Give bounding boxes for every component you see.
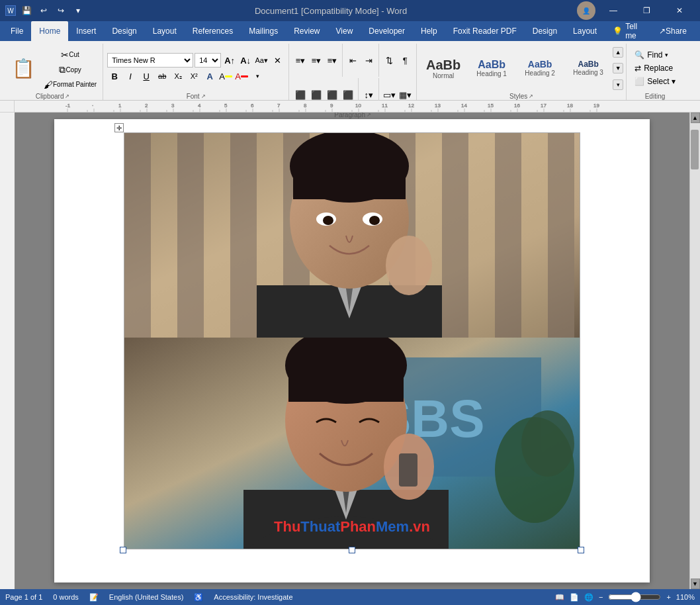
multilevel-list-button[interactable]: ≡▾ [325, 53, 339, 68]
tab-view[interactable]: View [328, 21, 361, 41]
qat-save[interactable]: 💾 [20, 4, 33, 17]
print-layout-icon[interactable]: 📄 [570, 593, 579, 602]
restore-button[interactable]: ❐ [631, 0, 662, 21]
style-heading3[interactable]: AaBb Heading 3 [564, 47, 612, 90]
font-color-dropdown[interactable]: ▾ [250, 69, 265, 83]
scroll-thumb[interactable] [691, 130, 699, 169]
show-paragraph-button[interactable]: ¶ [398, 53, 412, 68]
web-layout-icon[interactable]: 🌐 [584, 593, 593, 602]
spelling-check-icon[interactable]: 📝 [89, 593, 99, 602]
scroll-down-button[interactable]: ▼ [691, 579, 700, 589]
copy-button[interactable]: ⧉ Copy [42, 63, 99, 77]
borders-button[interactable]: ▦▾ [398, 87, 412, 102]
format-painter-button[interactable]: 🖌 Format Painter [42, 78, 99, 91]
clear-format-button[interactable]: ✕ [270, 53, 284, 68]
tab-insert[interactable]: Insert [68, 21, 104, 41]
highlight-button[interactable]: A [218, 69, 233, 83]
increase-indent-button[interactable]: ⇥ [361, 53, 376, 68]
language[interactable]: English (United States) [109, 593, 184, 601]
scroll-up-button[interactable]: ▲ [691, 113, 700, 123]
tab-home[interactable]: Home [31, 21, 68, 41]
bullets-button[interactable]: ≡▾ [293, 53, 308, 68]
styles-more-button[interactable]: ▾ [613, 79, 623, 90]
resize-handle-bl[interactable] [120, 547, 126, 553]
paste-button[interactable]: 📋 [7, 58, 40, 79]
svg-rect-122 [399, 453, 417, 487]
page-info[interactable]: Page 1 of 1 [5, 593, 42, 601]
justify-button[interactable]: ⬛ [341, 87, 355, 102]
document-scroll[interactable]: ✛ [15, 113, 689, 589]
font-family-select[interactable]: Times New R [107, 53, 193, 68]
tab-mailings[interactable]: Mailings [241, 21, 286, 41]
tab-layout2[interactable]: Layout [565, 21, 605, 41]
accessibility-status[interactable]: Accessibility: Investigate [214, 593, 292, 601]
close-button[interactable]: ✕ [664, 0, 695, 21]
change-case-button[interactable]: Aa▾ [254, 53, 269, 68]
decrease-font-button[interactable]: A↓ [238, 53, 253, 68]
decrease-indent-button[interactable]: ⇤ [345, 53, 360, 68]
document-area: 1 2 3 4 5 6 7 8 9 10 11 12 13 14 15 [0, 113, 700, 589]
tab-layout[interactable]: Layout [145, 21, 185, 41]
tab-file[interactable]: File [3, 21, 31, 41]
tab-design2[interactable]: Design [525, 21, 565, 41]
style-heading1[interactable]: AaBb Heading 1 [468, 47, 515, 90]
tab-developer[interactable]: Developer [361, 21, 413, 41]
tab-tell-me[interactable]: 💡 Tell me [605, 21, 651, 41]
image-container[interactable]: ✛ [124, 132, 580, 549]
replace-button[interactable]: ⇄ Replace [631, 62, 679, 74]
strikethrough-button[interactable]: ab [155, 69, 169, 83]
align-right-button[interactable]: ⬛ [325, 87, 339, 102]
style-normal[interactable]: AaBb Normal [419, 47, 467, 90]
tab-review[interactable]: Review [286, 21, 328, 41]
vertical-scrollbar[interactable]: ▲ ▼ [689, 113, 700, 589]
align-left-button[interactable]: ⬛ [293, 87, 308, 102]
bold-button[interactable]: B [107, 69, 122, 83]
user-avatar[interactable]: 👤 [577, 1, 595, 20]
cut-button[interactable]: ✂ Cut [42, 48, 99, 62]
increase-font-button[interactable]: A↑ [222, 53, 237, 68]
minimize-button[interactable]: — [598, 0, 629, 21]
styles-label[interactable]: Styles ↗ [419, 93, 623, 100]
qat-redo[interactable]: ↪ [54, 4, 67, 17]
tab-references[interactable]: References [185, 21, 241, 41]
word-count[interactable]: 0 words [53, 593, 79, 601]
numbering-button[interactable]: ≡▾ [309, 53, 324, 68]
clipboard-label[interactable]: Clipboard ↗ [7, 93, 99, 100]
subscript-button[interactable]: X₂ [171, 69, 185, 83]
zoom-in-button[interactable]: + [666, 593, 670, 601]
tab-share[interactable]: ↗ Share [651, 21, 695, 41]
underline-button[interactable]: U [139, 69, 153, 83]
qat-undo[interactable]: ↩ [37, 4, 50, 17]
editing-content: 🔍 Find ▾ ⇄ Replace ⬜ Select ▾ [631, 44, 679, 93]
zoom-slider[interactable] [608, 592, 661, 602]
sort-button[interactable]: ⇅ [382, 53, 396, 68]
styles-scroll-up[interactable]: ▲ [613, 47, 623, 58]
image-bottom[interactable]: SBS [124, 338, 580, 549]
italic-button[interactable]: I [123, 69, 138, 83]
line-spacing-button[interactable]: ↕▾ [361, 87, 376, 102]
image-top[interactable] [124, 132, 580, 338]
tab-help[interactable]: Help [413, 21, 445, 41]
font-color-button[interactable]: A [234, 69, 249, 83]
select-button[interactable]: ⬜ Select ▾ [631, 75, 679, 87]
resize-handle-br[interactable] [578, 547, 584, 553]
move-handle[interactable]: ✛ [114, 123, 124, 132]
ruler-corner [0, 101, 15, 113]
shading-button[interactable]: ▭▾ [382, 87, 396, 102]
zoom-out-button[interactable]: − [599, 593, 603, 601]
style-heading2[interactable]: AaBb Heading 2 [516, 47, 564, 90]
tab-foxit[interactable]: Foxit Reader PDF [445, 21, 525, 41]
tab-design[interactable]: Design [104, 21, 144, 41]
font-label[interactable]: Font ↗ [107, 93, 284, 100]
styles-scroll-down[interactable]: ▼ [613, 63, 623, 73]
align-center-button[interactable]: ⬛ [309, 87, 324, 102]
qat-customize[interactable]: ▾ [71, 4, 85, 17]
zoom-level[interactable]: 110% [676, 593, 695, 601]
find-button[interactable]: 🔍 Find ▾ [631, 49, 679, 61]
font-size-select[interactable]: 14 [195, 53, 221, 68]
svg-rect-103 [293, 166, 406, 199]
superscript-button[interactable]: X² [187, 69, 201, 83]
resize-handle-bm[interactable] [349, 547, 355, 553]
read-mode-icon[interactable]: 📖 [555, 593, 564, 602]
text-effects-button[interactable]: A [202, 69, 217, 83]
